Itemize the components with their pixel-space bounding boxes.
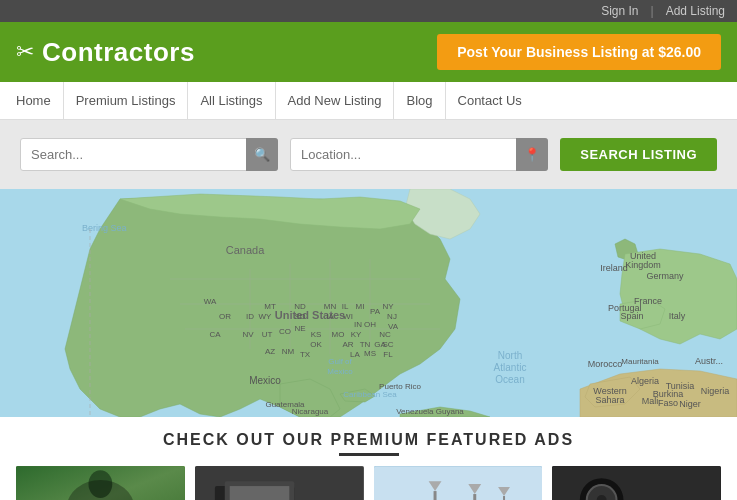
svg-text:LA: LA [350, 350, 360, 359]
post-business-button[interactable]: Post Your Business Listing at $26.00 [437, 34, 721, 70]
featured-cards-container: 🐶 FormGet [16, 466, 721, 500]
svg-rect-93 [374, 466, 543, 500]
svg-text:VA: VA [388, 322, 399, 331]
featured-card-1[interactable] [16, 466, 185, 500]
svg-text:AZ: AZ [265, 347, 275, 356]
signin-link[interactable]: Sign In [601, 4, 638, 18]
svg-text:Atlantic: Atlantic [494, 362, 527, 373]
logo-text: Contractors [42, 37, 195, 68]
svg-text:KS: KS [311, 330, 322, 339]
location-icon-button[interactable]: 📍 [516, 138, 548, 171]
search-section: 🔍 📍 SEARCH LISTING [0, 120, 737, 189]
svg-text:NV: NV [242, 330, 254, 339]
svg-text:ID: ID [246, 312, 254, 321]
main-nav: Home Premium Listings All Listings Add N… [0, 82, 737, 120]
svg-rect-94 [433, 491, 436, 500]
featured-card-3[interactable] [374, 466, 543, 500]
svg-point-85 [88, 470, 112, 498]
svg-text:Sahara: Sahara [595, 395, 624, 405]
search-button[interactable]: SEARCH LISTING [560, 138, 717, 171]
location-input-wrap: 📍 [290, 138, 548, 171]
svg-rect-98 [503, 496, 505, 500]
svg-text:PA: PA [370, 307, 381, 316]
svg-text:Faso: Faso [658, 398, 678, 408]
svg-text:Mauritania: Mauritania [621, 357, 659, 366]
svg-text:SD: SD [294, 312, 305, 321]
svg-text:CA: CA [209, 330, 221, 339]
svg-text:NY: NY [382, 302, 394, 311]
svg-text:IA: IA [326, 312, 334, 321]
svg-text:ND: ND [294, 302, 306, 311]
svg-text:Italy: Italy [669, 311, 686, 321]
svg-text:Caribbean Sea: Caribbean Sea [343, 390, 397, 399]
featured-cards: 🐶 FormGet [16, 466, 721, 500]
svg-text:Algeria: Algeria [631, 376, 659, 386]
svg-text:TN: TN [360, 340, 371, 349]
featured-section: CHECK OUT OUR PREMIUM FEATURED ADS [0, 417, 737, 500]
nav-home[interactable]: Home [16, 82, 64, 120]
svg-text:Ireland: Ireland [600, 263, 628, 273]
topbar-divider: | [651, 4, 654, 18]
svg-text:NM: NM [282, 347, 295, 356]
svg-text:Niger: Niger [679, 399, 701, 409]
svg-text:Gulf of: Gulf of [328, 357, 352, 366]
logo: ✂ Contractors [16, 37, 195, 68]
search-input[interactable] [20, 138, 278, 171]
nav-add-new-listing[interactable]: Add New Listing [276, 82, 395, 120]
svg-rect-89 [229, 486, 289, 500]
svg-text:OK: OK [310, 340, 322, 349]
header: ✂ Contractors Post Your Business Listing… [0, 22, 737, 82]
map-section: North Atlantic Ocean North Pacific Ocean… [0, 189, 737, 417]
svg-text:MT: MT [264, 302, 276, 311]
svg-text:SC: SC [382, 340, 393, 349]
svg-text:Austr...: Austr... [695, 356, 723, 366]
svg-text:North: North [498, 350, 522, 361]
nav-all-listings[interactable]: All Listings [188, 82, 275, 120]
nav-contact-us[interactable]: Contact Us [446, 82, 534, 120]
svg-text:MI: MI [356, 302, 365, 311]
svg-text:NC: NC [379, 330, 391, 339]
svg-text:NJ: NJ [387, 312, 397, 321]
map-svg: North Atlantic Ocean North Pacific Ocean… [0, 189, 737, 417]
svg-rect-96 [473, 494, 476, 500]
svg-text:FL: FL [383, 350, 393, 359]
svg-text:CO: CO [279, 327, 291, 336]
svg-text:AR: AR [342, 340, 353, 349]
keyword-input-wrap: 🔍 [20, 138, 278, 171]
svg-text:OR: OR [219, 312, 231, 321]
svg-text:Mexico: Mexico [249, 375, 281, 386]
svg-text:MS: MS [364, 349, 376, 358]
svg-text:MN: MN [324, 302, 337, 311]
featured-title: CHECK OUT OUR PREMIUM FEATURED ADS [16, 431, 721, 449]
search-icon-button[interactable]: 🔍 [246, 138, 278, 171]
location-input[interactable] [290, 138, 548, 171]
svg-text:Mexico: Mexico [327, 367, 353, 376]
svg-text:Kingdom: Kingdom [625, 260, 661, 270]
svg-text:Morocco: Morocco [588, 359, 623, 369]
svg-text:IN: IN [354, 320, 362, 329]
svg-text:Venezuela  Guyana: Venezuela Guyana [396, 407, 464, 416]
svg-text:Puerto Rico: Puerto Rico [379, 382, 421, 391]
svg-text:Nigeria: Nigeria [701, 386, 730, 396]
svg-rect-101 [552, 466, 721, 500]
logo-icon: ✂ [16, 39, 34, 65]
svg-text:TX: TX [300, 350, 311, 359]
svg-text:Guatemala: Guatemala [265, 400, 305, 409]
svg-text:Bering Sea: Bering Sea [82, 223, 127, 233]
svg-text:Germany: Germany [646, 271, 684, 281]
top-bar: Sign In | Add Listing [0, 0, 737, 22]
svg-text:Portugal: Portugal [608, 303, 642, 313]
svg-text:UT: UT [262, 330, 273, 339]
add-listing-link[interactable]: Add Listing [666, 4, 725, 18]
featured-card-4[interactable]: 🐶 FormGet [552, 466, 721, 500]
svg-text:Canada: Canada [226, 244, 265, 256]
svg-text:KY: KY [351, 330, 362, 339]
svg-text:IL: IL [342, 302, 349, 311]
svg-text:WY: WY [259, 312, 273, 321]
nav-blog[interactable]: Blog [394, 82, 445, 120]
svg-text:OH: OH [364, 320, 376, 329]
featured-divider [339, 453, 399, 456]
svg-text:NE: NE [294, 324, 305, 333]
nav-premium-listings[interactable]: Premium Listings [64, 82, 189, 120]
featured-card-2[interactable] [195, 466, 364, 500]
